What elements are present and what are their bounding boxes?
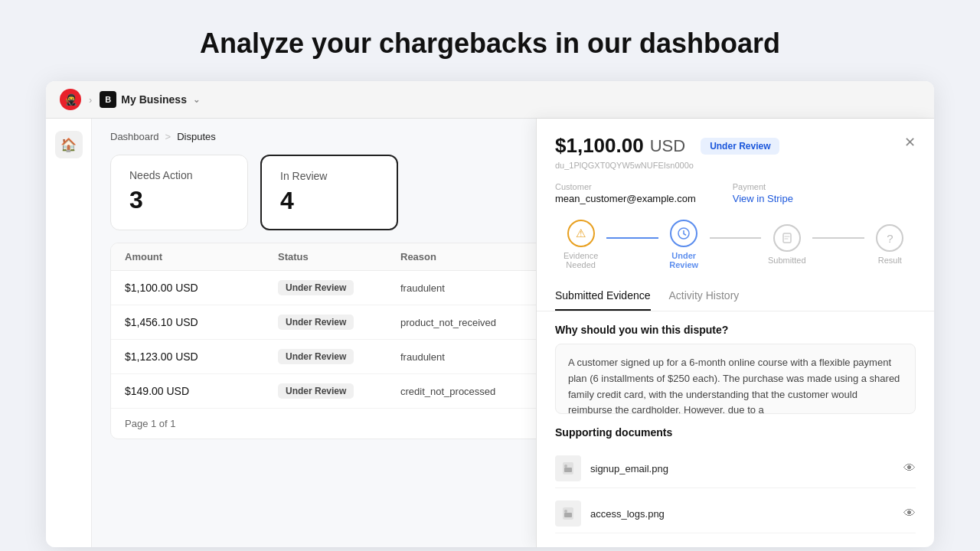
tab-activity-history[interactable]: Activity History: [669, 282, 740, 311]
result-label: Result: [878, 256, 902, 265]
evidence-needed-icon: ⚠: [567, 220, 595, 247]
amount-cell: $1,123.00 USD: [125, 350, 278, 363]
panel-header: $1,100.00 USD Under Review ✕: [537, 119, 934, 158]
tab-submitted-evidence[interactable]: Submitted Evidence: [555, 282, 651, 311]
customer-email: mean_customer@example.com: [555, 193, 696, 204]
col-status: Status: [278, 251, 400, 262]
evidence-text: A customer signed up for a 6-month onlin…: [555, 344, 916, 414]
sidebar: 🏠: [46, 119, 92, 547]
svg-rect-3: [564, 468, 572, 472]
close-button[interactable]: ✕: [904, 134, 916, 151]
timeline: ⚠ Evidence Needed Under Review: [537, 204, 934, 276]
under-review-label: Under Review: [658, 251, 710, 269]
submitted-label: Submitted: [768, 256, 806, 265]
panel-tabs: Submitted Evidence Activity History: [537, 282, 934, 311]
business-name: My Business: [121, 93, 187, 106]
evidence-section: Why should you win this dispute? A custo…: [537, 311, 934, 414]
panel-meta: Customer mean_customer@example.com Payme…: [537, 170, 934, 204]
result-icon: ?: [876, 224, 903, 252]
status-badge: Under Review: [278, 280, 354, 295]
svg-point-4: [564, 465, 567, 468]
status-badge: Under Review: [278, 315, 354, 330]
stat-needs-action[interactable]: Needs Action 3: [110, 155, 248, 230]
panel-status-badge: Under Review: [701, 138, 779, 155]
timeline-step-evidence: ⚠ Evidence Needed: [555, 220, 606, 269]
browser-window: 🥷 › B My Business ⌄ 🏠 Dashboard > Disput…: [46, 81, 934, 547]
amount-cell: $149.00 USD: [125, 385, 278, 397]
timeline-step-result: ? Result: [864, 224, 916, 265]
supporting-docs-section: Supporting documents signup_email.png 👁: [537, 414, 934, 533]
status-badge: Under Review: [278, 349, 354, 364]
submitted-icon: [773, 224, 801, 252]
doc-item: signup_email.png 👁: [555, 449, 916, 488]
supporting-docs-title: Supporting documents: [555, 426, 916, 439]
under-review-icon: [670, 220, 697, 247]
timeline-line-2: [710, 237, 761, 239]
sidebar-home-button[interactable]: 🏠: [55, 131, 83, 158]
view-doc-1-button[interactable]: 👁: [903, 507, 916, 520]
meta-payment: Payment View in Stripe: [733, 182, 793, 204]
doc-item: access_logs.png 👁: [555, 494, 916, 533]
evidence-needed-label: Evidence Needed: [555, 251, 606, 269]
svg-rect-6: [564, 513, 572, 517]
timeline-line-3: [812, 237, 864, 239]
breadcrumb-chevron: ›: [89, 94, 92, 106]
detail-panel: $1,100.00 USD Under Review ✕ du_1PlQGXT0…: [536, 119, 934, 547]
stat-label-needs-action: Needs Action: [129, 169, 229, 181]
app-body: 🏠 Dashboard > Disputes Needs Action 3 In…: [46, 119, 934, 547]
page-heading: Analyze your chargebacks in our dashboar…: [200, 0, 780, 81]
evidence-section-title: Why should you win this dispute?: [555, 324, 916, 336]
browser-bar: 🥷 › B My Business ⌄: [46, 81, 934, 119]
business-icon: B: [100, 91, 116, 108]
meta-customer: Customer mean_customer@example.com: [555, 182, 696, 204]
doc-name-0: signup_email.png: [590, 463, 894, 474]
doc-thumbnail-1: [555, 500, 581, 527]
panel-amount: $1,100.00: [555, 134, 644, 158]
doc-name-1: access_logs.png: [590, 508, 894, 520]
amount-cell: $1,456.10 USD: [125, 316, 278, 328]
docs-list: signup_email.png 👁 access_logs.png: [555, 446, 916, 533]
col-amount: Amount: [125, 251, 278, 262]
home-icon: 🏠: [60, 137, 77, 153]
customer-label: Customer: [555, 182, 696, 191]
stat-in-review[interactable]: In Review 4: [260, 155, 398, 230]
timeline-step-submitted: Submitted: [761, 224, 812, 265]
view-in-stripe-link[interactable]: View in Stripe: [733, 193, 793, 204]
stat-value-needs-action: 3: [129, 186, 229, 214]
timeline-line-1: [606, 237, 658, 239]
brand-logo: 🥷: [60, 89, 81, 110]
stat-label-in-review: In Review: [280, 170, 378, 182]
doc-thumbnail-0: [555, 455, 581, 481]
breadcrumb-current: Disputes: [177, 131, 216, 142]
status-badge: Under Review: [278, 383, 354, 399]
timeline-step-review: Under Review: [658, 220, 710, 269]
chevron-down-icon: ⌄: [193, 95, 200, 105]
crumb-sep: >: [165, 131, 172, 142]
panel-currency: USD: [650, 136, 685, 156]
payment-label: Payment: [733, 182, 793, 191]
business-selector[interactable]: B My Business ⌄: [100, 91, 200, 108]
stat-value-in-review: 4: [280, 187, 378, 215]
panel-dispute-id: du_1PlQGXT0QYW5wNUFEIsn000o: [537, 161, 934, 170]
amount-cell: $1,100.00 USD: [125, 282, 278, 294]
view-doc-0-button[interactable]: 👁: [903, 461, 916, 475]
breadcrumb-home[interactable]: Dashboard: [110, 131, 159, 142]
svg-point-7: [564, 510, 567, 513]
svg-rect-1: [783, 233, 791, 243]
